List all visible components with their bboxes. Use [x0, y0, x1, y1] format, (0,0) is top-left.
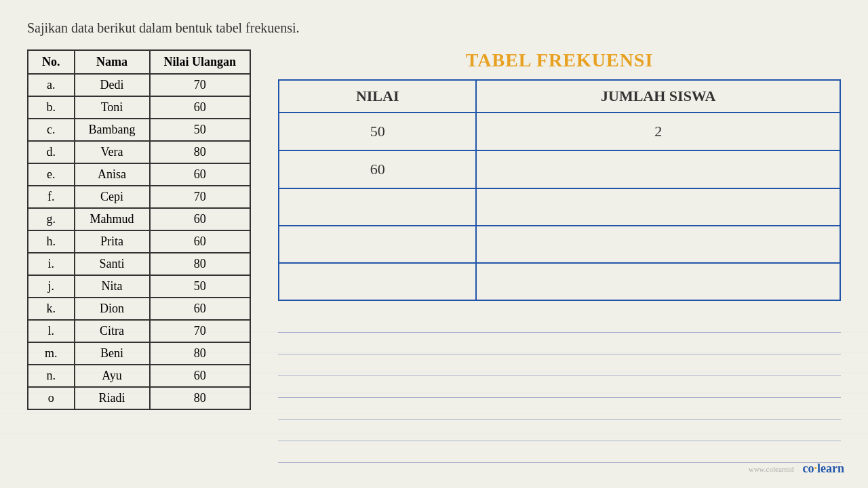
table-row: a. Dedi 70: [28, 74, 250, 96]
cell-nama: Vera: [75, 141, 150, 163]
cell-nilai: 70: [150, 320, 251, 342]
cell-nama: Anisa: [75, 163, 150, 186]
cell-no: c.: [28, 119, 75, 141]
table-row: l. Citra 70: [28, 320, 250, 342]
freq-table-row: [279, 226, 840, 263]
freq-cell-nilai: [279, 188, 476, 226]
cell-nilai: 60: [150, 163, 251, 186]
cell-no: o: [28, 387, 75, 409]
cell-nama: Nita: [75, 275, 150, 298]
logo-area: www.colearnid co·learn: [749, 462, 844, 476]
cell-nama: Santi: [75, 253, 150, 275]
table-header-row: No. Nama Nilai Ulangan: [28, 50, 250, 74]
table-row: o Riadi 80: [28, 387, 250, 409]
table-row: d. Vera 80: [28, 141, 250, 163]
table-row: b. Toni 60: [28, 96, 250, 119]
table-row: k. Dion 60: [28, 298, 250, 320]
cell-nama: Prita: [75, 230, 150, 253]
header-no: No.: [28, 50, 75, 74]
cell-nilai: 60: [150, 230, 251, 253]
cell-nilai: 60: [150, 96, 251, 119]
cell-nama: Riadi: [75, 387, 150, 409]
cell-nilai: 60: [150, 365, 251, 387]
cell-no: m.: [28, 342, 75, 365]
content-area: Sajikan data berikut dalam bentuk tabel …: [27, 20, 841, 463]
left-table-container: No. Nama Nilai Ulangan a. Dedi 70 b. Ton…: [27, 49, 251, 410]
lined-row-3: [278, 354, 841, 376]
freq-table-row: 50 2: [279, 113, 840, 150]
header-nama: Nama: [75, 50, 150, 74]
data-table: No. Nama Nilai Ulangan a. Dedi 70 b. Ton…: [27, 49, 251, 410]
table-row: e. Anisa 60: [28, 163, 250, 186]
cell-nilai: 60: [150, 208, 251, 230]
cell-no: g.: [28, 208, 75, 230]
cell-nilai: 80: [150, 342, 251, 365]
cell-nama: Mahmud: [75, 208, 150, 230]
cell-no: b.: [28, 96, 75, 119]
freq-header-jumlah: JUMLAH SISWA: [476, 80, 840, 113]
cell-nilai: 80: [150, 387, 251, 409]
table-row: m. Beni 80: [28, 342, 250, 365]
cell-nama: Dedi: [75, 74, 150, 96]
header-nilai: Nilai Ulangan: [150, 50, 251, 74]
logo-url: www.colearnid: [749, 465, 794, 473]
lined-row-4: [278, 376, 841, 398]
freq-table-title: TABEL FREKUENSI: [278, 49, 841, 71]
lined-area: [278, 311, 841, 463]
cell-nama: Ayu: [75, 365, 150, 387]
freq-header-row: NILAI JUMLAH SISWA: [279, 80, 840, 113]
freq-table-row: [279, 263, 840, 300]
freq-cell-nilai: [279, 226, 476, 263]
lined-row-5: [278, 398, 841, 420]
cell-nilai: 60: [150, 298, 251, 320]
cell-nilai: 80: [150, 141, 251, 163]
cell-no: e.: [28, 163, 75, 186]
cell-no: k.: [28, 298, 75, 320]
cell-no: n.: [28, 365, 75, 387]
cell-nilai: 70: [150, 186, 251, 208]
cell-nama: Toni: [75, 96, 150, 119]
table-row: g. Mahmud 60: [28, 208, 250, 230]
cell-nama: Dion: [75, 298, 150, 320]
freq-cell-nilai: 50: [279, 113, 476, 150]
table-row: h. Prita 60: [28, 230, 250, 253]
lined-row-7: [278, 441, 841, 463]
main-layout: No. Nama Nilai Ulangan a. Dedi 70 b. Ton…: [27, 49, 841, 463]
freq-cell-nilai: 60: [279, 150, 476, 188]
freq-header-nilai: NILAI: [279, 80, 476, 113]
freq-cell-jumlah: 2: [476, 113, 840, 150]
right-section: TABEL FREKUENSI NILAI JUMLAH SISWA 50 2 …: [278, 49, 841, 463]
table-row: j. Nita 50: [28, 275, 250, 298]
cell-nilai: 50: [150, 119, 251, 141]
cell-no: d.: [28, 141, 75, 163]
page: Sajikan data berikut dalam bentuk tabel …: [0, 0, 868, 488]
cell-no: a.: [28, 74, 75, 96]
cell-no: h.: [28, 230, 75, 253]
lined-row-2: [278, 333, 841, 354]
instruction-text: Sajikan data berikut dalam bentuk tabel …: [27, 20, 841, 36]
cell-no: i.: [28, 253, 75, 275]
cell-nama: Beni: [75, 342, 150, 365]
freq-table-row: [279, 188, 840, 226]
cell-no: j.: [28, 275, 75, 298]
freq-cell-jumlah: [476, 226, 840, 263]
cell-nama: Citra: [75, 320, 150, 342]
table-row: i. Santi 80: [28, 253, 250, 275]
cell-nilai: 80: [150, 253, 251, 275]
freq-table: NILAI JUMLAH SISWA 50 2 60: [278, 79, 841, 301]
logo-brand: co·learn: [803, 462, 845, 476]
freq-table-row: 60: [279, 150, 840, 188]
cell-no: l.: [28, 320, 75, 342]
freq-cell-jumlah: [476, 188, 840, 226]
cell-no: f.: [28, 186, 75, 208]
freq-cell-nilai: [279, 263, 476, 300]
lined-row-6: [278, 420, 841, 441]
table-row: f. Cepi 70: [28, 186, 250, 208]
cell-nilai: 50: [150, 275, 251, 298]
cell-nama: Cepi: [75, 186, 150, 208]
lined-row-1: [278, 311, 841, 333]
freq-cell-jumlah: [476, 150, 840, 188]
freq-cell-jumlah: [476, 263, 840, 300]
cell-nama: Bambang: [75, 119, 150, 141]
cell-nilai: 70: [150, 74, 251, 96]
